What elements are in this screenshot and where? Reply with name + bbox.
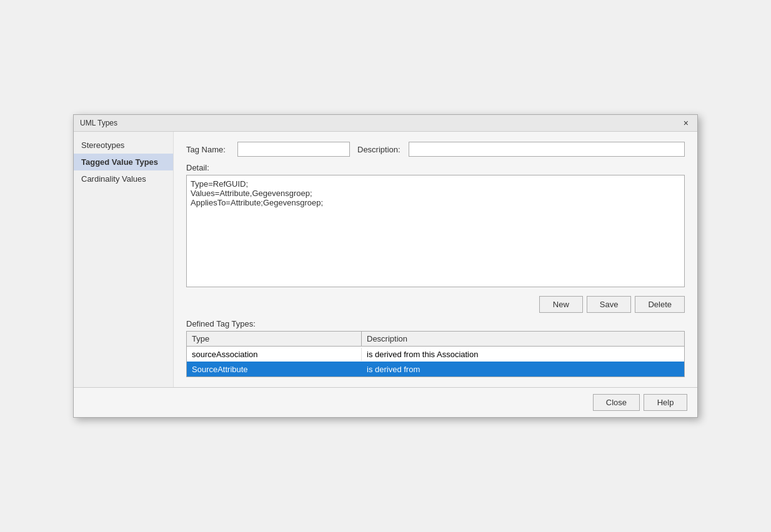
cell-description: is derived from	[362, 363, 684, 376]
sidebar-item-cardinality-values[interactable]: Cardinality Values	[74, 170, 173, 187]
table-row[interactable]: SourceAttributeis derived from	[187, 362, 684, 377]
dialog-title: UML Types	[80, 119, 117, 127]
sidebar-item-stereotypes[interactable]: Stereotypes	[74, 137, 173, 154]
column-description: Description	[362, 332, 684, 346]
action-button-row: New Save Delete	[186, 296, 685, 313]
cell-type: SourceAttribute	[187, 363, 362, 376]
save-button[interactable]: Save	[587, 296, 632, 313]
dialog-body: StereotypesTagged Value TypesCardinality…	[74, 132, 697, 387]
detail-textarea[interactable]	[186, 175, 685, 287]
tag-types-table: Type Description sourceAssociationis der…	[186, 331, 685, 377]
description-input[interactable]	[409, 142, 685, 157]
cell-type: sourceAssociation	[187, 348, 362, 361]
column-type: Type	[187, 332, 362, 346]
dialog-footer: Close Help	[74, 387, 697, 417]
title-bar: UML Types ×	[74, 115, 697, 132]
sidebar: StereotypesTagged Value TypesCardinality…	[74, 132, 174, 387]
tag-name-label: Tag Name:	[186, 145, 230, 154]
close-button[interactable]: Close	[593, 394, 640, 411]
close-icon[interactable]: ×	[681, 119, 691, 127]
new-button[interactable]: New	[539, 296, 583, 313]
tag-name-input[interactable]	[237, 142, 350, 157]
defined-tag-types-label: Defined Tag Types:	[186, 319, 685, 328]
table-body: sourceAssociationis derived from this As…	[187, 347, 684, 377]
detail-section: Detail:	[186, 163, 685, 287]
table-header: Type Description	[187, 332, 684, 347]
cell-description: is derived from this Association	[362, 348, 684, 361]
main-content: Tag Name: Description: Detail: New Save …	[174, 132, 697, 387]
description-label: Description:	[357, 145, 401, 154]
uml-types-dialog: UML Types × StereotypesTagged Value Type…	[73, 114, 698, 418]
help-button[interactable]: Help	[644, 394, 687, 411]
defined-tag-types-section: Defined Tag Types: Type Description sour…	[186, 319, 685, 377]
delete-button[interactable]: Delete	[635, 296, 685, 313]
tag-name-row: Tag Name: Description:	[186, 142, 685, 157]
sidebar-item-tagged-value-types[interactable]: Tagged Value Types	[74, 154, 173, 170]
table-row[interactable]: sourceAssociationis derived from this As…	[187, 347, 684, 362]
detail-label: Detail:	[186, 163, 685, 172]
